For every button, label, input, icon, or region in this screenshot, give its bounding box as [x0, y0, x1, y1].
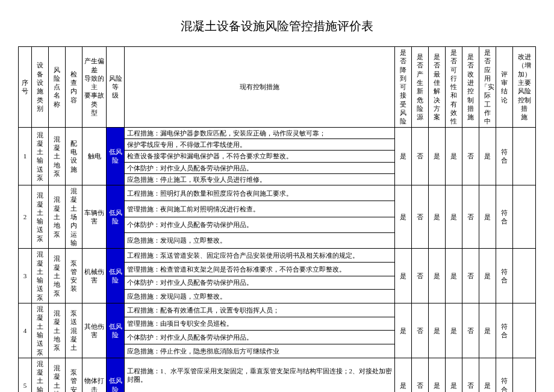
h-q5: 是否改进控制措施: [462, 47, 479, 128]
cell-q1: 是: [395, 127, 412, 185]
cell-q3: 是: [429, 185, 446, 249]
risk-table: 序号 设 备设 施类别 风险点名称 检查内容 产生偏差导致的主要事故类型 风险等…: [18, 46, 536, 392]
cell-q4: 是: [446, 249, 462, 303]
cell-risk-level: 低风险: [107, 249, 125, 303]
cell-verdict: 符合: [496, 127, 513, 185]
h-q2: 是否产生新危险源: [412, 47, 429, 128]
cell-q4: 是: [446, 303, 462, 358]
cell-q3: 是: [429, 358, 446, 392]
cell-q5: 否: [462, 249, 479, 303]
cell-measure: 个体防护：对作业人员配备劳动保护用品。: [125, 331, 395, 344]
cell-cause: 触电: [82, 127, 107, 185]
cell-check: 泵管安装: [66, 249, 82, 303]
h-q1: 是否降到可接受风险: [395, 47, 412, 128]
cell-q1: 是: [395, 249, 412, 303]
cell-risk-level: 低风险: [107, 127, 125, 185]
table-row: 5混凝土输送泵混凝土地泵泵管安装物体打击低风险工程措施：1、水平泵管应采用支架固…: [19, 358, 536, 392]
cell-category: 混凝土输送泵: [32, 249, 49, 303]
table-row: 3混凝土输送泵混凝土地泵泵管安装机械伤害低风险工程措施：泵送管道安装、固定应符合…: [19, 249, 536, 263]
cell-q2: 否: [412, 249, 429, 303]
cell-improve: [513, 358, 536, 392]
cell-measure: 应急措施：停止施工，联系专业人员进行维修。: [125, 173, 395, 185]
cell-q3: 是: [429, 303, 446, 358]
table-row: 2混凝土输送泵混凝土地泵混凝土场内运输车辆伤害低风险工程措施：照明灯具的数量和照…: [19, 185, 536, 201]
cell-q1: 是: [395, 303, 412, 358]
cell-q5: 否: [462, 127, 479, 185]
cell-q3: 是: [429, 249, 446, 303]
cell-measure: 工程措施：照明灯具的数量和照度应符合夜间施工要求。: [125, 185, 395, 201]
cell-q4: 是: [446, 358, 462, 392]
cell-q6: 是: [479, 249, 496, 303]
cell-verdict: 符合: [496, 303, 513, 358]
cell-cause: 其他伤害: [82, 303, 107, 358]
cell-measure: 个体防护：对作业人员配备劳动保护用品。: [125, 162, 395, 173]
cell-q1: 是: [395, 185, 412, 249]
cell-q6: 是: [479, 303, 496, 358]
cell-measure: 工程措施：泵送管道安装、固定应符合产品安装使用说明书及相关标准的规定。: [125, 249, 395, 263]
cell-measure: 保护零线应专用，不得做工作零线使用。: [125, 138, 395, 150]
cell-risk-level: 低风险: [107, 358, 125, 392]
cell-measure: 个体防护：对作业人员配备劳动保护用品。: [125, 217, 395, 232]
h-improve: 改进（增加）主要风险控制措施: [513, 47, 536, 128]
cell-risk-point: 混凝土地泵: [49, 127, 66, 185]
header-row: 序号 设 备设 施类别 风险点名称 检查内容 产生偏差导致的主要事故类型 风险等…: [19, 47, 536, 128]
cell-check: 泵管安装: [66, 358, 82, 392]
cell-risk-point: 混凝土地泵: [49, 185, 66, 249]
cell-verdict: 符合: [496, 185, 513, 249]
cell-q5: 否: [462, 303, 479, 358]
h-q4: 是否可行性和有效性: [446, 47, 462, 128]
cell-q1: 是: [395, 358, 412, 392]
h-q6: 是否应用「实际工作中: [479, 47, 496, 128]
cell-category: 混凝土输送泵: [32, 358, 49, 392]
h-check: 检查内容: [66, 47, 82, 128]
cell-seq: 5: [19, 358, 32, 392]
cell-measure: 工程措施：1、水平泵管应采用支架固定，垂直泵管支架应与结构牢固连接；2、对接处加…: [125, 358, 395, 392]
cell-measure: 工程措施：漏电保护器参数应匹配，安装应正确，动作应灵敏可靠；: [125, 127, 395, 138]
h-q3: 是否最佳解决方案: [429, 47, 446, 128]
h-category: 设 备设 施类别: [32, 47, 49, 128]
cell-measure: 管理措施：由项目专职安全员巡检。: [125, 317, 395, 331]
cell-check: 混凝土场内运输: [66, 185, 82, 249]
cell-measure: 管理措施：夜间施工前对照明情况进行检查。: [125, 201, 395, 217]
cell-check: 泵送混凝土: [66, 303, 82, 358]
cell-risk-point: 混凝土地泵: [49, 249, 66, 303]
cell-category: 混凝土输送泵: [32, 185, 49, 249]
cell-q6: 是: [479, 127, 496, 185]
h-measures: 现有控制措施: [125, 47, 395, 128]
page-title: 混凝土设备设施风险管控措施评价表: [18, 18, 536, 34]
cell-measure: 管理措施：检查管道和支架之间是否符合标准要求，不符合要求立即整改。: [125, 262, 395, 276]
cell-seq: 3: [19, 249, 32, 303]
cell-improve: [513, 185, 536, 249]
cell-risk-level: 低风险: [107, 303, 125, 358]
cell-measure: 检查设备接零保护和漏电保护器，不符合要求立即整改。: [125, 151, 395, 162]
cell-seq: 1: [19, 127, 32, 185]
h-seq: 序号: [19, 47, 32, 128]
cell-verdict: 符合: [496, 249, 513, 303]
cell-verdict: 符合: [496, 358, 513, 392]
h-cause: 产生偏差导致的主要事故类型: [82, 47, 107, 128]
cell-improve: [513, 127, 536, 185]
cell-risk-point: 混凝土地泵: [49, 358, 66, 392]
cell-q2: 否: [412, 185, 429, 249]
cell-cause: 物体打击: [82, 358, 107, 392]
cell-check: 配电设施: [66, 127, 82, 185]
cell-measure: 工程措施：配备有效通信工具，设置专职指挥人员；: [125, 303, 395, 317]
cell-q5: 否: [462, 358, 479, 392]
cell-cause: 车辆伤害: [82, 185, 107, 249]
cell-q3: 是: [429, 127, 446, 185]
table-row: 1混凝土输送泵混凝土地泵配电设施触电低风险工程措施：漏电保护器参数应匹配，安装应…: [19, 127, 536, 138]
h-risk-point: 风险点名称: [49, 47, 66, 128]
cell-category: 混凝土输送泵: [32, 127, 49, 185]
cell-measure: 应急措施：发现问题，立即整改。: [125, 232, 395, 248]
cell-measure: 应急措施：停止作业，隐患彻底消除后方可继续作业: [125, 344, 395, 358]
cell-measure: 个体防护：对作业人员配备劳动保护用品。: [125, 276, 395, 290]
cell-improve: [513, 249, 536, 303]
cell-q4: 是: [446, 127, 462, 185]
h-verdict: 评审结论: [496, 47, 513, 128]
cell-seq: 2: [19, 185, 32, 249]
cell-risk-level: 低风险: [107, 185, 125, 249]
cell-measure: 应急措施：发现问题，立即整改。: [125, 290, 395, 303]
table-row: 4混凝土输送泵混凝土地泵泵送混凝土其他伤害低风险工程措施：配备有效通信工具，设置…: [19, 303, 536, 317]
cell-improve: [513, 303, 536, 358]
cell-q4: 是: [446, 185, 462, 249]
